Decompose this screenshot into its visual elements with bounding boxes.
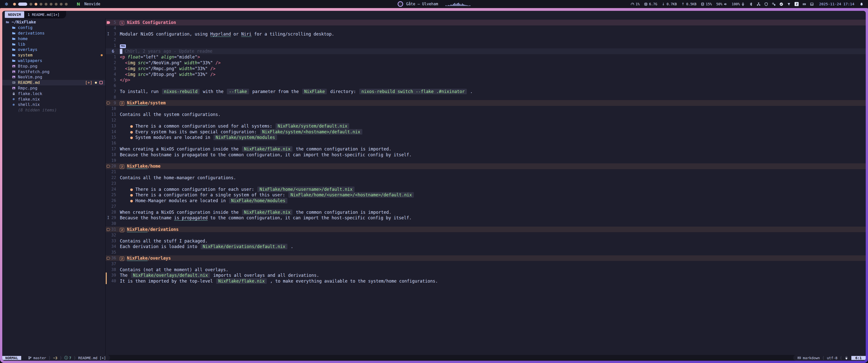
keyboard-icon[interactable] xyxy=(802,2,806,6)
shield-icon[interactable] xyxy=(764,2,768,6)
buffer-tab[interactable]: 1 README.md[1+] xyxy=(24,11,66,19)
check-icon[interactable] xyxy=(779,2,783,6)
editor-line[interactable]: I3Modular NixOS configuration, using Hyp… xyxy=(106,31,866,37)
album-art-icon[interactable] xyxy=(398,1,403,7)
workspace-dot[interactable] xyxy=(55,3,58,5)
metric-gauge[interactable]: 1% xyxy=(630,2,640,6)
editor-line[interactable]: 33Contains all the stuff I packaged. xyxy=(106,238,866,244)
editor-line[interactable]: 40It is then imported by the top-level N… xyxy=(106,278,866,284)
metric-chip[interactable]: 6.7G xyxy=(644,2,657,6)
metric-vol[interactable]: 50% xyxy=(716,2,727,6)
tree-item-neovim-png[interactable]: NeoVim.png xyxy=(5,74,105,80)
editor-line[interactable]: 312NixFlake/derivations xyxy=(106,227,866,232)
editor-line[interactable]: 26 ● Home-Manager modules are located in… xyxy=(106,198,866,204)
editor-line[interactable]: 11Contains all the system configurations… xyxy=(106,112,866,118)
editor-line[interactable]: 12 xyxy=(106,118,866,123)
metric-down[interactable]: ↓0.7KB xyxy=(661,2,677,6)
metric-mic[interactable]: 100% xyxy=(732,2,745,6)
editor-line[interactable]: 10 xyxy=(106,106,866,112)
editor-line[interactable]: 6 xyxy=(106,83,866,89)
tree-item-shell-nix[interactable]: ❄shell.nix xyxy=(5,102,105,107)
inline-link[interactable]: is propagated xyxy=(174,215,208,220)
workspace-dot[interactable] xyxy=(35,3,37,5)
editor-line[interactable]: 5</p> xyxy=(106,77,866,83)
bluetooth-icon[interactable] xyxy=(749,2,753,6)
editor-line[interactable]: 18Because the hostname is propagated to … xyxy=(106,152,866,158)
editor-line[interactable]: 14 ● Every system has its own special co… xyxy=(106,129,866,135)
editor-line[interactable]: 1PNG xyxy=(106,43,866,48)
inline-link[interactable]: Hyprland xyxy=(210,32,231,37)
notification-bell-icon[interactable] xyxy=(860,2,864,6)
editor-line[interactable]: 32 xyxy=(106,232,866,238)
editor-line[interactable]: 19 xyxy=(106,158,866,163)
editor-line[interactable]: 92NixFlake/system xyxy=(106,100,866,106)
workspace-dot[interactable] xyxy=(45,3,48,5)
editor-line[interactable]: 22Contains all the home-manager configur… xyxy=(106,175,866,181)
editor-line[interactable]: 16 xyxy=(106,140,866,146)
editor-line[interactable]: 51NixOS Configuration xyxy=(106,20,866,26)
editor-line[interactable]: 4 <img src="/Btop.png" width="33%" /> xyxy=(106,71,866,77)
media-module[interactable]: Gåte – Ulveham xyxy=(398,0,470,8)
editor-line[interactable]: 35 xyxy=(106,250,866,255)
git-branch[interactable]: master xyxy=(28,356,46,360)
h2-fold-icon xyxy=(107,228,110,231)
tree-item-system[interactable]: system xyxy=(5,53,105,58)
workspace-active[interactable] xyxy=(18,2,27,6)
editor-line[interactable]: 23 xyxy=(106,180,866,186)
editor-line[interactable]: 28When creating a NixOS configuration in… xyxy=(106,209,866,215)
editor-line[interactable]: 15 ● System modules are located in NixFl… xyxy=(106,135,866,140)
editor-line[interactable]: 3 <img src="/Rmpc.png" width="33%" /> xyxy=(106,66,866,71)
workspace-dot[interactable] xyxy=(13,3,16,5)
editor-line[interactable]: 2 xyxy=(106,37,866,43)
editor-line[interactable]: 2 <img src="/NeoVim.png" width="33%" /> xyxy=(106,60,866,66)
workspace-dot[interactable] xyxy=(30,3,32,5)
workspace-dot[interactable] xyxy=(65,3,68,5)
metric-db[interactable]: 15% xyxy=(701,2,712,6)
tree-item-rmpc-png[interactable]: Rmpc.png xyxy=(5,86,105,91)
editor-line[interactable]: 8 xyxy=(106,94,866,100)
editor-line[interactable]: 17When creating a NixOS configuration in… xyxy=(106,146,866,152)
editor-line[interactable]: 6ChUrl, 2 years ago - Update readme xyxy=(106,48,866,54)
editor-line[interactable]: 21 xyxy=(106,169,866,175)
editor-line[interactable]: 202NixFlake/home xyxy=(106,163,866,169)
tree-item-derivations[interactable]: derivations xyxy=(5,31,105,36)
editor-line[interactable]: 38Contains (not at the moment) all overl… xyxy=(106,267,866,272)
diagnostics-info[interactable]: ⓘ 7 xyxy=(64,356,71,360)
editor-line[interactable]: I29Because the hostname is propagated to… xyxy=(106,215,866,221)
tree-item-config[interactable]: config xyxy=(5,25,105,31)
editor-line[interactable]: 30 xyxy=(106,221,866,227)
editor-line[interactable]: 1<p float="left" align="middle"> xyxy=(106,54,866,60)
keylock-icon[interactable] xyxy=(772,2,776,6)
workspace-dot[interactable] xyxy=(40,3,42,5)
tray-icon[interactable] xyxy=(810,2,814,6)
editor-line[interactable]: 37 xyxy=(106,261,866,267)
tree-item-readme-md[interactable]: README.md[+] xyxy=(2,80,105,86)
workspace-dot[interactable] xyxy=(50,3,53,5)
editor-line[interactable]: 25 ● There is a configuration for a sing… xyxy=(106,192,866,198)
editor-line[interactable]: 24 ● There is a common configuration for… xyxy=(106,186,866,192)
editor-line[interactable]: 39The NixFlake/overlays/default.nix impo… xyxy=(106,272,866,278)
tree-item-flake-nix[interactable]: ❄flake.nix xyxy=(5,96,105,102)
clock[interactable]: 2025-11-24 17:14 xyxy=(819,2,855,6)
tree-item-lib[interactable]: lib xyxy=(5,41,105,47)
tree-item-home[interactable]: home xyxy=(5,36,105,41)
nodes-icon[interactable] xyxy=(757,2,761,6)
editor-line[interactable]: 13 ● There is a common configuration use… xyxy=(106,123,866,129)
editor-line[interactable]: 4 xyxy=(106,26,866,31)
editor-line[interactable]: 7To install, run nixos-rebuild with the … xyxy=(106,89,866,95)
tree-item-overlays[interactable]: overlays xyxy=(5,47,105,53)
workspace-dot[interactable] xyxy=(60,3,63,5)
zellij-tray-icon[interactable]: Z xyxy=(795,2,799,6)
tree-item-btop-png[interactable]: Btop.png xyxy=(5,63,105,69)
editor-line[interactable]: 27 xyxy=(106,204,866,209)
tree-item-fastfetch-png[interactable]: FastFetch.png xyxy=(5,69,105,74)
editor[interactable]: 51NixOS Configuration4I3Modular NixOS co… xyxy=(106,19,866,355)
tree-item--nixflake[interactable]: ~/NixFlake xyxy=(5,20,105,25)
editor-line[interactable]: 362NixFlake/overlays xyxy=(106,255,866,261)
inline-link[interactable]: Niri xyxy=(241,32,252,37)
metric-up[interactable]: ↑0.5KB xyxy=(681,2,696,6)
funnel-icon[interactable] xyxy=(787,2,791,6)
tree-item-flake-lock[interactable]: flake.lock xyxy=(5,91,105,96)
editor-line[interactable]: 34Each derivation is loaded into NixFlak… xyxy=(106,244,866,250)
tree-item-wallpapers[interactable]: wallpapers xyxy=(5,58,105,64)
